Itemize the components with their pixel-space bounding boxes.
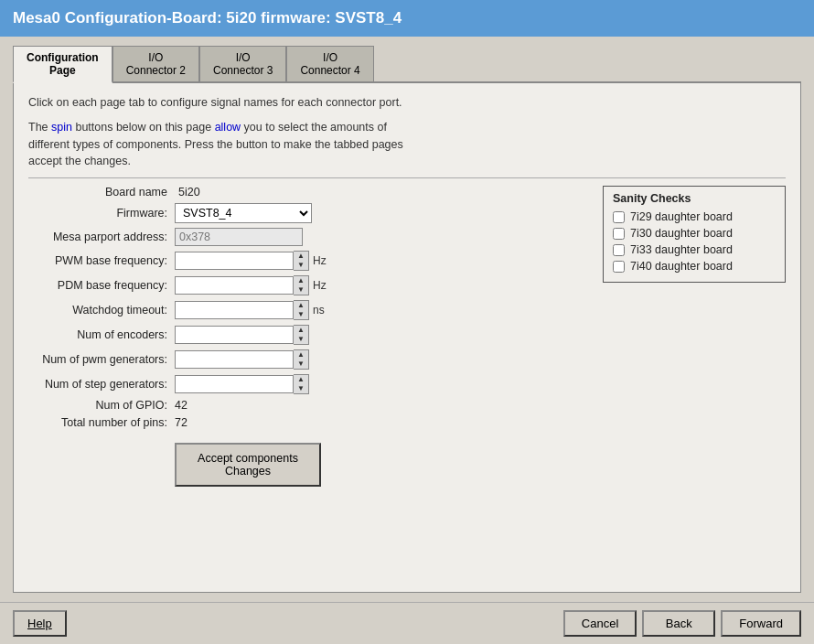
firmware-select[interactable]: SVST8_4 (175, 203, 312, 223)
pwm-gen-spinbtns: ▲ ▼ (294, 349, 309, 370)
footer: Help Cancel Back Forward (0, 602, 814, 644)
gpio-value: 42 (175, 399, 187, 412)
sanity-checkbox-3[interactable] (613, 261, 625, 273)
firmware-row: Firmware: SVST8_4 (28, 203, 584, 223)
step-gen-up[interactable]: ▲ (294, 375, 308, 384)
pdm-base-row: PDM base frequency: 6000 ▲ ▼ Hz (28, 275, 584, 295)
pdm-base-down[interactable]: ▼ (294, 285, 308, 295)
watchdog-down[interactable]: ▼ (294, 310, 308, 319)
parport-label: Mesa parport address: (28, 231, 175, 243)
sanity-item-2: 7i33 daughter board (613, 243, 776, 256)
pwm-gen-down[interactable]: ▼ (294, 360, 308, 369)
back-button[interactable]: Back (642, 610, 715, 637)
tab-config[interactable]: ConfigurationPage (13, 46, 112, 83)
board-name-row: Board name 5i20 (28, 186, 584, 199)
encoders-spinbtns: ▲ ▼ (294, 325, 309, 345)
title-text: Mesa0 Configuration-Board: 5i20 firmware… (13, 9, 402, 27)
pwm-base-up[interactable]: ▲ (294, 252, 308, 261)
watchdog-input[interactable]: 10000000 (175, 301, 294, 319)
sanity-item-3: 7i40 daughter board (613, 260, 776, 273)
right-panel: Sanity Checks 7i29 daughter board 7i30 d… (603, 186, 786, 491)
allow-word: allow (215, 121, 241, 134)
step-gen-row: Num of step generators: 3 ▲ ▼ (28, 374, 584, 394)
sanity-label-2: 7i33 daughter board (630, 243, 733, 256)
pwm-gen-input[interactable]: 4 (175, 350, 294, 369)
form-area: Board name 5i20 Firmware: SVST8_4 Mesa p… (28, 186, 786, 491)
divider (28, 177, 786, 178)
pwm-base-spin-wrapper: 20000 ▲ ▼ Hz (175, 251, 327, 271)
forward-button[interactable]: Forward (721, 610, 801, 637)
content-panel: Click on each page tab to configure sign… (13, 83, 801, 593)
total-pins-row: Total number of pins: 72 (28, 416, 584, 429)
encoders-input[interactable]: 4 (175, 326, 294, 344)
pdm-base-spin-wrapper: 6000 ▲ ▼ Hz (175, 275, 327, 295)
gpio-row: Num of GPIO: 42 (28, 399, 584, 412)
pwm-gen-up[interactable]: ▲ (294, 350, 308, 360)
encoders-up[interactable]: ▲ (294, 326, 308, 335)
pwm-gen-spin-wrapper: 4 ▲ ▼ (175, 349, 309, 370)
main-area: ConfigurationPage I/OConnector 2 I/OConn… (0, 37, 814, 602)
sanity-label-1: 7i30 daughter board (630, 227, 733, 240)
tab-io4[interactable]: I/OConnector 4 (286, 46, 373, 81)
pdm-base-spinbtns: ▲ ▼ (294, 275, 309, 295)
sanity-item-1: 7i30 daughter board (613, 227, 776, 240)
watchdog-label: Watchdog timeout: (28, 304, 175, 317)
info-text-1: Click on each page tab to configure sign… (28, 94, 786, 112)
total-pins-value: 72 (175, 416, 187, 429)
pwm-base-row: PWM base frequency: 20000 ▲ ▼ Hz (28, 251, 584, 271)
watchdog-row: Watchdog timeout: 10000000 ▲ ▼ ns (28, 300, 584, 320)
sanity-checkbox-1[interactable] (613, 228, 625, 240)
cancel-button[interactable]: Cancel (563, 610, 637, 637)
watchdog-up[interactable]: ▲ (294, 301, 308, 310)
help-label: Help (27, 617, 52, 630)
gpio-label: Num of GPIO: (28, 399, 175, 412)
pdm-base-input[interactable]: 6000 (175, 276, 294, 295)
encoders-spin-wrapper: 4 ▲ ▼ (175, 325, 309, 345)
sanity-box: Sanity Checks 7i29 daughter board 7i30 d… (603, 186, 786, 283)
accept-btn-row: Accept components Changes (28, 434, 584, 487)
pdm-base-label: PDM base frequency: (28, 279, 175, 292)
step-gen-spinbtns: ▲ ▼ (294, 374, 309, 394)
parport-row: Mesa parport address: (28, 228, 584, 246)
sanity-checkbox-0[interactable] (613, 211, 625, 223)
pwm-base-down[interactable]: ▼ (294, 261, 308, 270)
spin-word: spin (51, 121, 72, 134)
accept-button[interactable]: Accept components Changes (175, 443, 321, 487)
pwm-gen-label: Num of pwm generators: (28, 353, 175, 366)
total-pins-label: Total number of pins: (28, 416, 175, 429)
pwm-gen-row: Num of pwm generators: 4 ▲ ▼ (28, 349, 584, 370)
help-button[interactable]: Help (13, 610, 67, 637)
form-left: Board name 5i20 Firmware: SVST8_4 Mesa p… (28, 186, 584, 491)
footer-right: Cancel Back Forward (563, 610, 801, 637)
watchdog-unit: ns (313, 304, 325, 317)
parport-input[interactable] (175, 228, 303, 246)
title-bar: Mesa0 Configuration-Board: 5i20 firmware… (0, 0, 814, 37)
sanity-checkbox-2[interactable] (613, 244, 625, 256)
watchdog-spin-wrapper: 10000000 ▲ ▼ ns (175, 300, 325, 320)
step-gen-spin-wrapper: 3 ▲ ▼ (175, 374, 309, 394)
pdm-base-unit: Hz (313, 279, 327, 292)
info-text-2: The spin buttons below on this page allo… (28, 119, 786, 170)
sanity-title: Sanity Checks (613, 192, 776, 205)
encoders-row: Num of encoders: 4 ▲ ▼ (28, 325, 584, 345)
board-name-value: 5i20 (175, 186, 200, 199)
step-gen-down[interactable]: ▼ (294, 384, 308, 393)
sanity-label-3: 7i40 daughter board (630, 260, 733, 273)
sanity-label-0: 7i29 daughter board (630, 210, 733, 223)
board-name-label: Board name (28, 186, 175, 199)
pwm-base-unit: Hz (313, 254, 327, 267)
step-gen-input[interactable]: 3 (175, 375, 294, 393)
sanity-item-0: 7i29 daughter board (613, 210, 776, 223)
firmware-label: Firmware: (28, 207, 175, 220)
tab-bar: ConfigurationPage I/OConnector 2 I/OConn… (13, 46, 801, 83)
encoders-down[interactable]: ▼ (294, 335, 308, 344)
pdm-base-up[interactable]: ▲ (294, 276, 308, 285)
encoders-label: Num of encoders: (28, 328, 175, 341)
tab-io3[interactable]: I/OConnector 3 (199, 46, 286, 81)
firmware-select-wrapper[interactable]: SVST8_4 (175, 203, 312, 223)
watchdog-spinbtns: ▲ ▼ (294, 300, 309, 320)
pwm-base-label: PWM base frequency: (28, 254, 175, 267)
tab-io2[interactable]: I/OConnector 2 (112, 46, 199, 81)
pwm-base-input[interactable]: 20000 (175, 252, 294, 270)
pwm-base-spinbtns: ▲ ▼ (294, 251, 309, 271)
